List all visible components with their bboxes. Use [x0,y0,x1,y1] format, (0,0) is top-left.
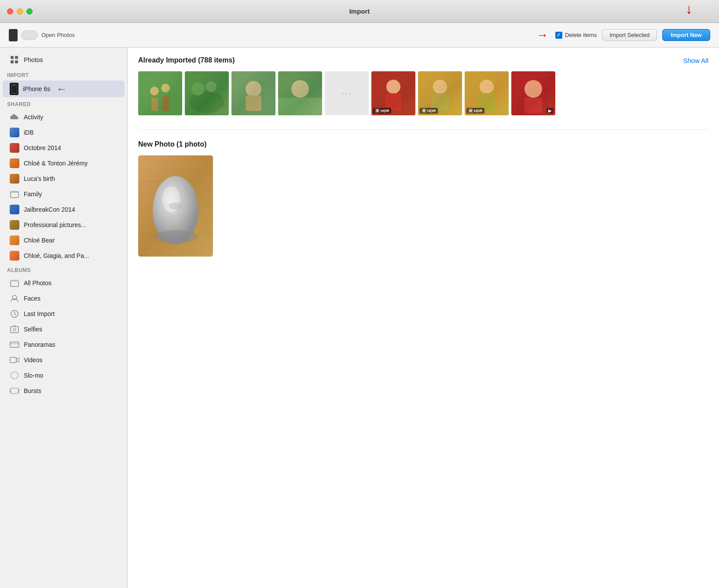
import-new-button[interactable]: Import New [662,29,710,41]
open-photos-toggle[interactable] [21,30,38,40]
octobre-thumb [10,143,19,153]
device-icon-toolbar [9,29,18,41]
sidebar-item-last-import[interactable]: Last Import [3,306,125,321]
imported-photo-1[interactable] [138,71,182,115]
all-photos-icon [10,278,19,288]
luca-thumb [10,174,19,184]
sidebar-item-jailbreakcon[interactable]: JailbreakCon 2014 [3,202,125,217]
jailbreak-thumb [10,205,19,214]
minimize-button[interactable] [17,8,23,15]
chloe-giagia-thumb [10,251,19,261]
svg-rect-21 [138,71,182,115]
section-divider [138,129,708,130]
svg-point-28 [191,82,205,96]
red-left-arrow-icon: ← [56,83,67,95]
maximize-button[interactable] [26,8,33,15]
delete-items-area: Delete items [555,32,597,39]
sidebar-chloe-tonton-label: Chloé & Tonton Jérémy [24,160,88,167]
sidebar-item-professional[interactable]: Professional pictures... [3,217,125,232]
svg-rect-18 [11,388,18,393]
imported-photo-8[interactable]: ▶ [511,71,555,115]
red-down-arrow-icon: ↓ [686,1,693,17]
close-button[interactable] [7,8,13,15]
hdr-badge-7: ⊞HDR [466,108,484,114]
svg-point-31 [246,81,261,97]
grid-icon [10,55,19,65]
idb-thumb [10,128,19,137]
burst-icon [10,386,19,396]
import-selected-button[interactable]: Import Selected [602,29,657,41]
content-area: Already Imported (788 items) Show All [128,48,719,588]
sidebar-item-panoramas[interactable]: Panoramas [3,337,125,352]
imported-photo-dots: ··· [325,71,369,115]
svg-rect-47 [525,98,542,113]
clock-icon [10,309,19,319]
svg-point-40 [433,80,447,94]
chloe-tonton-thumb [10,158,19,168]
sidebar-item-iphone6s[interactable]: iPhone 6s ← [3,81,125,97]
already-imported-title: Already Imported (788 items) [138,56,235,64]
sidebar-item-all-photos[interactable]: All Photos [3,276,125,290]
sidebar-item-octobre[interactable]: Octobre 2014 [3,140,125,155]
sidebar-all-photos-label: All Photos [24,279,51,287]
imported-photo-3[interactable] [231,71,275,115]
sidebar-item-chloe-giagia[interactable]: Chloé, Giagia, and Pa... [3,248,125,263]
sidebar-item-idb[interactable]: iDB [3,125,125,140]
svg-rect-22 [151,98,158,111]
sidebar-item-chloe-bear[interactable]: Chloé Bear [3,233,125,248]
delete-items-checkbox[interactable] [555,32,562,39]
new-photo-title: New Photo (1 photo) [138,140,708,148]
sidebar-item-luca[interactable]: Luca's birth [3,171,125,186]
iphone-icon [10,83,18,95]
selfies-icon [10,324,19,334]
faces-icon [10,294,19,303]
svg-rect-23 [162,96,169,111]
sidebar: Photos Import iPhone 6s ← Shared [0,48,128,588]
imported-photo-2[interactable] [185,71,229,115]
imported-photo-7[interactable]: ⊞HDR [465,71,509,115]
red-right-arrow-icon: → [536,28,548,42]
svg-rect-15 [10,342,19,347]
sidebar-section-import: Import [0,69,127,80]
sidebar-item-bursts[interactable]: Bursts [3,383,125,398]
sidebar-chloe-bear-label: Chloé Bear [24,237,55,244]
open-photos-label: Open Photos [41,32,75,38]
toolbar: Open Photos → Delete items Import Select… [0,23,719,48]
show-all-link[interactable]: Show All [683,57,708,64]
already-imported-photos: ··· ⊞HDR [138,71,708,115]
svg-rect-32 [246,96,261,111]
sidebar-item-slomo[interactable]: Slo-mo [3,368,125,383]
svg-point-29 [206,81,216,92]
svg-rect-34 [278,98,322,115]
main-container: Photos Import iPhone 6s ← Shared [0,48,719,588]
sidebar-item-selfies[interactable]: Selfies [3,322,125,337]
imported-photo-5[interactable]: ⊞HDR [371,71,415,115]
sidebar-family-label: Family [24,191,42,198]
svg-rect-3 [15,60,18,63]
sidebar-photos-label: Photos [24,56,43,63]
sidebar-item-chloe-tonton[interactable]: Chloé & Tonton Jérémy [3,156,125,171]
imported-photo-4[interactable] [278,71,322,115]
cloud-icon [10,112,19,122]
already-imported-header: Already Imported (788 items) Show All [138,56,708,64]
sidebar-bursts-label: Bursts [24,387,41,394]
sidebar-selfies-label: Selfies [24,326,42,333]
new-photo-thumb[interactable] [138,155,213,257]
sidebar-videos-label: Videos [24,356,43,364]
sidebar-item-family[interactable]: Family [3,187,125,202]
new-photo-section: New Photo (1 photo) [138,140,708,257]
hdr-badge-6: ⊞HDR [420,108,438,114]
sidebar-item-activity[interactable]: Activity [3,110,125,125]
svg-point-25 [161,84,170,92]
slomo-icon [10,371,19,380]
sidebar-last-import-label: Last Import [24,310,55,317]
sidebar-item-faces[interactable]: Faces [3,291,125,306]
sidebar-section-albums: Albums [0,264,127,275]
svg-rect-10 [11,280,18,282]
chloe-bear-thumb [10,235,19,245]
toolbar-right: → Delete items Import Selected Import Ne… [536,28,710,42]
svg-rect-0 [11,56,14,59]
sidebar-item-photos[interactable]: Photos [3,51,125,68]
imported-photo-6[interactable]: ⊞HDR [418,71,462,115]
sidebar-item-videos[interactable]: Videos [3,353,125,368]
